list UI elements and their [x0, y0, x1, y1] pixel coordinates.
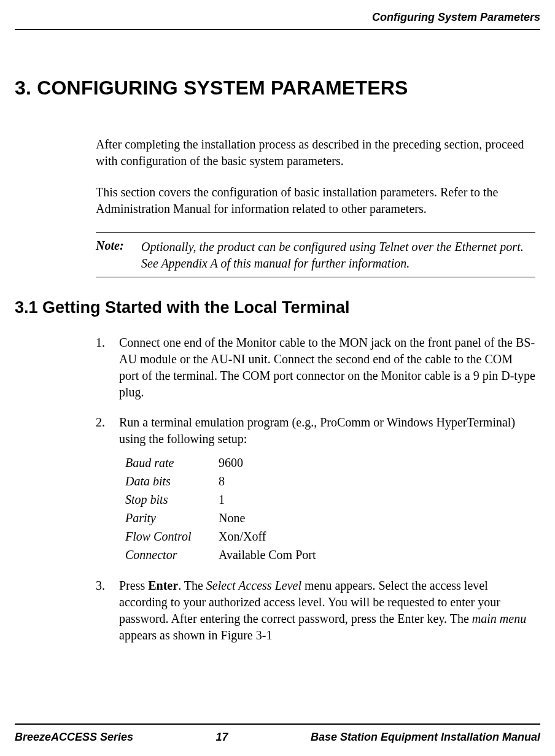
setting-value: Xon/Xoff — [219, 527, 535, 546]
note-block: Note: Optionally, the product can be con… — [96, 232, 535, 277]
setting-value: 8 — [219, 472, 535, 490]
chapter-heading: 3. CONFIGURING SYSTEM PARAMETERS — [15, 77, 540, 99]
setting-value: 1 — [219, 490, 535, 509]
intro-paragraph-2: This section covers the configuration of… — [96, 184, 535, 217]
table-row: Connector Available Com Port — [125, 546, 535, 564]
running-title: Configuring System Parameters — [372, 11, 540, 23]
setting-key: Parity — [125, 509, 219, 527]
table-row: Baud rate 9600 — [125, 453, 535, 472]
intro-paragraph-1: After completing the installation proces… — [96, 136, 535, 169]
footer-rule — [15, 723, 540, 725]
step-3-select-access-level: Select Access Level — [206, 579, 301, 592]
step-1-text: Connect one end of the Monitor cable to … — [119, 334, 535, 401]
footer-page-number: 17 — [133, 731, 311, 744]
note-text: Optionally, the product can be configure… — [141, 239, 535, 272]
step-3-part4: appears as shown in Figure 3-1 — [119, 628, 272, 642]
step-2: 2. Run a terminal emulation program (e.g… — [96, 414, 535, 564]
setting-key: Baud rate — [125, 453, 219, 472]
step-1: 1. Connect one end of the Monitor cable … — [96, 334, 535, 401]
note-rule-bottom — [96, 277, 535, 277]
step-2-body: Run a terminal emulation program (e.g., … — [119, 414, 535, 564]
step-3-part2: . The — [178, 579, 206, 592]
step-2-text: Run a terminal emulation program (e.g., … — [119, 414, 535, 447]
step-3-number: 3. — [96, 577, 119, 644]
intro-block: After completing the installation proces… — [96, 136, 535, 277]
footer-row: BreezeACCESS Series 17 Base Station Equi… — [15, 731, 540, 744]
step-1-number: 1. — [96, 334, 119, 401]
setting-value: None — [219, 509, 535, 527]
note-row: Note: Optionally, the product can be con… — [96, 233, 535, 277]
table-row: Stop bits 1 — [125, 490, 535, 509]
setting-key: Data bits — [125, 472, 219, 490]
page-header: Configuring System Parameters — [0, 0, 555, 29]
step-3-text: Press Enter. The Select Access Level men… — [119, 577, 535, 644]
setting-value: 9600 — [219, 453, 535, 472]
footer-series: BreezeACCESS Series — [15, 731, 133, 744]
note-label: Note: — [96, 239, 141, 272]
step-3-part1: Press — [119, 579, 148, 592]
setting-key: Connector — [125, 546, 219, 564]
table-row: Flow Control Xon/Xoff — [125, 527, 535, 546]
content-area: 3. CONFIGURING SYSTEM PARAMETERS After c… — [0, 30, 555, 644]
setting-key: Stop bits — [125, 490, 219, 509]
setting-value: Available Com Port — [219, 546, 535, 564]
footer-manual-title: Base Station Equipment Installation Manu… — [311, 731, 540, 744]
table-row: Data bits 8 — [125, 472, 535, 490]
terminal-settings-table: Baud rate 9600 Data bits 8 Stop bits 1 P… — [125, 453, 535, 564]
step-2-number: 2. — [96, 414, 119, 564]
table-row: Parity None — [125, 509, 535, 527]
step-3-main-menu: main menu — [472, 612, 526, 625]
page-footer: BreezeACCESS Series 17 Base Station Equi… — [15, 723, 540, 744]
step-3: 3. Press Enter. The Select Access Level … — [96, 577, 535, 644]
section-heading: 3.1 Getting Started with the Local Termi… — [15, 298, 540, 317]
setting-key: Flow Control — [125, 527, 219, 546]
step-3-enter-key: Enter — [148, 579, 178, 592]
